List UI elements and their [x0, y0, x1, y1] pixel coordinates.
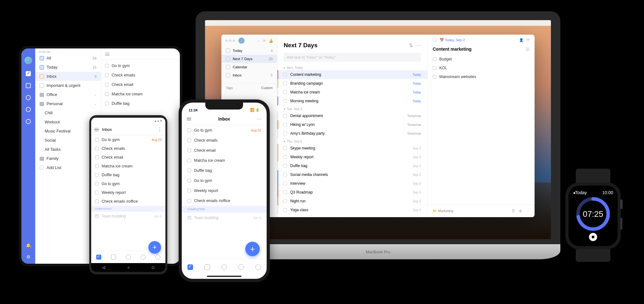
task-row[interactable]: Check email: [101, 80, 180, 89]
sidebar-inbox[interactable]: Inbox 5: [221, 71, 277, 79]
back-button[interactable]: ◁: [102, 265, 105, 270]
checkbox[interactable]: [283, 73, 287, 76]
window-controls[interactable]: [225, 39, 235, 42]
home-indicator[interactable]: [207, 276, 242, 277]
recents-button[interactable]: □: [152, 265, 154, 270]
avatar[interactable]: [238, 37, 245, 44]
checkbox[interactable]: [283, 82, 287, 85]
task-row[interactable]: Go to gymAug 20: [182, 125, 267, 135]
pomo-tab[interactable]: [221, 264, 227, 270]
subtask-row[interactable]: Mainstream websites: [433, 72, 530, 81]
tasks-tab[interactable]: [187, 264, 193, 270]
more-icon[interactable]: ⋯: [416, 42, 421, 48]
checkbox[interactable]: [105, 64, 109, 68]
checkbox[interactable]: [105, 73, 109, 77]
checkbox[interactable]: [105, 92, 109, 96]
sync-icon[interactable]: ⟳: [263, 39, 266, 43]
checkbox[interactable]: [105, 83, 109, 87]
tasks-tab-icon[interactable]: [26, 71, 31, 76]
more-icon[interactable]: ⋯: [257, 116, 262, 122]
menu-icon[interactable]: [187, 117, 191, 121]
tasks-tab[interactable]: [96, 255, 101, 260]
add-task-fab[interactable]: +: [148, 241, 161, 254]
checkbox[interactable]: [95, 191, 99, 194]
archive-icon[interactable]: 🗄: [512, 209, 515, 213]
smart-inbox[interactable]: Inbox8: [35, 72, 101, 81]
calendar-tab[interactable]: [204, 264, 210, 270]
calendar-tab[interactable]: [111, 255, 116, 260]
home-button[interactable]: ○: [127, 265, 130, 270]
task-row[interactable]: Yoga classSep 5: [277, 205, 427, 214]
habit-tab[interactable]: [238, 264, 244, 270]
checkbox[interactable]: [283, 114, 287, 118]
task-row[interactable]: Duffle bag: [101, 99, 180, 108]
checkbox[interactable]: [95, 200, 99, 203]
checkbox[interactable]: [187, 199, 191, 203]
pomo-tab-icon[interactable]: [26, 95, 31, 100]
task-row[interactable]: Skype meetingSep 5: [277, 144, 427, 153]
add-task-fab[interactable]: +: [245, 242, 260, 256]
task-row[interactable]: Duffle bag: [91, 171, 165, 179]
task-row[interactable]: Go to gym: [182, 176, 267, 186]
task-row[interactable]: Check email: [91, 153, 165, 162]
task-row[interactable]: Check emails #office: [91, 197, 165, 206]
task-row[interactable]: Check emails: [182, 135, 267, 145]
checkbox[interactable]: [283, 173, 287, 177]
group-header[interactable]: ▾Mon, Today: [277, 64, 427, 70]
task-row[interactable]: Check emails #office: [182, 196, 267, 206]
checkbox[interactable]: [187, 169, 191, 172]
assign-icon[interactable]: 👤: [519, 38, 524, 42]
task-row[interactable]: Dental appointmentTomorrow: [277, 111, 427, 120]
sidebar-next7[interactable]: Next 7 Days 20: [221, 55, 277, 63]
notification-icon[interactable]: 🔔: [26, 243, 31, 248]
task-row-completed[interactable]: Team buildingJun 5: [91, 212, 165, 221]
task-row[interactable]: Duffle bag: [182, 166, 267, 176]
completed-header[interactable]: COMPLETED: [182, 206, 267, 213]
task-row[interactable]: Night runSep 5: [277, 197, 427, 205]
habit-tab-icon[interactable]: [26, 107, 31, 112]
task-row-completed[interactable]: Team buildingJun 5: [182, 213, 267, 223]
checkbox[interactable]: [283, 132, 287, 135]
checkbox[interactable]: [283, 99, 287, 103]
checkbox[interactable]: [283, 199, 287, 203]
detail-checkbox[interactable]: [433, 38, 436, 42]
checkbox[interactable]: [187, 138, 191, 142]
checkbox[interactable]: [283, 164, 287, 168]
task-row[interactable]: Branding campaignToday: [277, 79, 427, 88]
digital-crown[interactable]: [620, 200, 623, 209]
sidebar-today[interactable]: Today 4: [221, 47, 277, 55]
checkbox[interactable]: [433, 75, 436, 79]
add-task-input[interactable]: [284, 53, 421, 62]
checkbox[interactable]: [95, 173, 99, 177]
list-chip[interactable]: 📁 Marketing: [433, 209, 453, 213]
checkbox[interactable]: [95, 147, 99, 150]
task-row[interactable]: Check emails: [101, 70, 180, 80]
task-row[interactable]: Weekly report: [182, 186, 267, 196]
task-row[interactable]: Check email: [182, 145, 267, 155]
task-row[interactable]: Social media channelsSep 5: [277, 170, 427, 179]
task-row[interactable]: Go to gym: [91, 179, 165, 188]
more-icon[interactable]: ⋯: [526, 209, 530, 213]
list-office[interactable]: Office⌄: [35, 90, 101, 99]
checkbox[interactable]: [283, 208, 287, 212]
checkbox[interactable]: [433, 66, 436, 70]
task-row[interactable]: Matcha ice cream: [91, 162, 165, 171]
checkbox[interactable]: [187, 149, 191, 152]
group-header[interactable]: ▾Tue, Sep 3: [277, 105, 427, 111]
subtask-row[interactable]: Budget: [433, 55, 530, 64]
smart-important[interactable]: Important & urgent: [35, 81, 101, 90]
calendar-tab-icon[interactable]: [26, 83, 31, 88]
task-row[interactable]: Matcha ice creamToday: [277, 88, 427, 97]
smart-all[interactable]: All54: [35, 53, 101, 63]
checkbox[interactable]: [95, 164, 99, 168]
checkbox[interactable]: [283, 182, 287, 185]
checkbox-checked[interactable]: [187, 216, 191, 220]
checkbox[interactable]: [95, 138, 99, 142]
checkbox[interactable]: [95, 155, 99, 159]
task-row[interactable]: Amy's Birthday partyTomorrow: [277, 129, 427, 138]
checkbox[interactable]: [283, 146, 287, 150]
task-row[interactable]: Matcha ice cream: [101, 89, 180, 99]
search-icon[interactable]: [26, 119, 31, 124]
sidebar-calendar[interactable]: Calendar: [221, 63, 277, 71]
settings-tab[interactable]: [155, 255, 160, 260]
